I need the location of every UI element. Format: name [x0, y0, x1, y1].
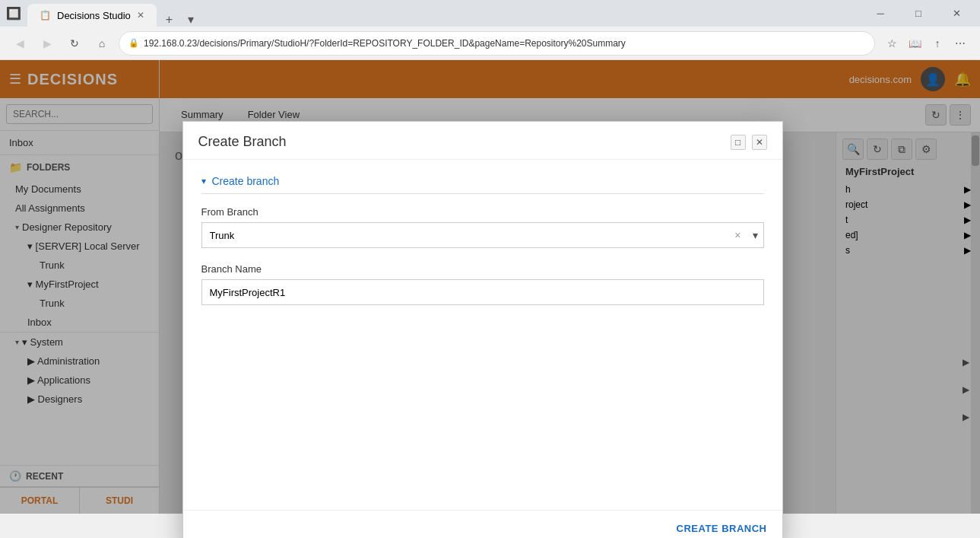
- select-dropdown-icon[interactable]: ▾: [753, 229, 758, 241]
- app-container: ☰ DECISIONS Inbox 📁 FOLDERS My Documents…: [0, 60, 980, 514]
- back-button[interactable]: ◀: [9, 33, 30, 54]
- modal-overlay: Create Branch □ ✕ ▾ Create branch From B…: [0, 60, 980, 514]
- tab-favicon: 📋: [40, 10, 51, 21]
- browser-chrome: 🔲 📋 Decisions Studio ✕ + ▾ ─ □ ✕ ◀ ▶ ↻ ⌂…: [0, 0, 980, 60]
- browser-icon: 🔲: [6, 6, 21, 21]
- maximize-button[interactable]: □: [901, 4, 936, 24]
- modal-title-bar: Create Branch □ ✕: [183, 122, 782, 160]
- from-branch-select[interactable]: Trunk: [201, 222, 764, 248]
- modal-maximize-button[interactable]: □: [731, 135, 746, 150]
- from-branch-select-wrapper: Trunk × ▾: [201, 222, 764, 248]
- new-tab-button[interactable]: +: [160, 13, 179, 27]
- modal-window-buttons: □ ✕: [731, 135, 767, 150]
- modal-footer: CREATE BRANCH: [183, 510, 782, 538]
- active-tab[interactable]: 📋 Decisions Studio ✕: [27, 4, 157, 27]
- modal-title: Create Branch: [198, 134, 287, 150]
- forward-button[interactable]: ▶: [36, 33, 58, 54]
- close-window-button[interactable]: ✕: [939, 4, 974, 24]
- home-button[interactable]: ⌂: [91, 33, 113, 54]
- select-clear-icon[interactable]: ×: [734, 229, 741, 241]
- title-bar: 🔲 📋 Decisions Studio ✕ + ▾ ─ □ ✕: [0, 0, 980, 27]
- share-button[interactable]: ↑: [927, 33, 948, 54]
- minimize-button[interactable]: ─: [863, 4, 898, 24]
- refresh-button[interactable]: ↻: [64, 33, 85, 54]
- section-title: Create branch: [212, 175, 280, 187]
- branch-name-label: Branch Name: [201, 263, 764, 275]
- from-branch-group: From Branch Trunk × ▾: [201, 206, 764, 248]
- address-bar: ◀ ▶ ↻ ⌂ 🔒 192.168.0.23/decisions/Primary…: [0, 27, 980, 60]
- branch-name-group: Branch Name: [201, 263, 764, 305]
- section-header: ▾ Create branch: [201, 175, 764, 194]
- section-arrow-icon: ▾: [201, 176, 206, 186]
- tab-close-button[interactable]: ✕: [137, 10, 144, 21]
- from-branch-label: From Branch: [201, 206, 764, 218]
- branch-name-input[interactable]: [201, 279, 764, 305]
- lock-icon: 🔒: [128, 38, 139, 48]
- modal-body: ▾ Create branch From Branch Trunk × ▾: [183, 160, 782, 510]
- reading-list-button[interactable]: 📖: [904, 33, 925, 54]
- url-input[interactable]: 🔒 192.168.0.23/decisions/Primary/StudioH…: [119, 31, 875, 56]
- url-text: 192.168.0.23/decisions/Primary/StudioH/?…: [144, 38, 626, 49]
- tab-list-button[interactable]: ▾: [182, 12, 200, 27]
- create-branch-modal: Create Branch □ ✕ ▾ Create branch From B…: [182, 121, 783, 538]
- modal-close-button[interactable]: ✕: [752, 135, 767, 150]
- tab-title: Decisions Studio: [57, 10, 131, 21]
- create-branch-button[interactable]: CREATE BRANCH: [677, 523, 767, 534]
- more-button[interactable]: ⋯: [950, 33, 971, 54]
- bookmark-button[interactable]: ☆: [881, 33, 902, 54]
